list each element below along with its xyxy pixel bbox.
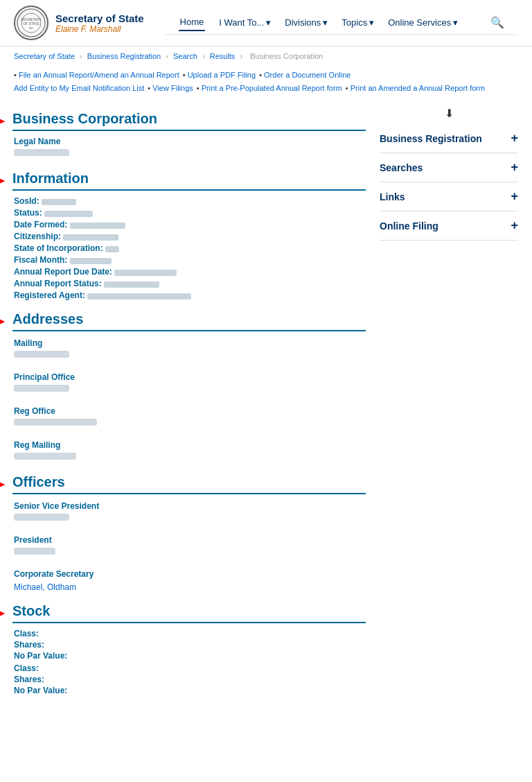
info-row-status: Status: xyxy=(14,208,366,218)
officer-svp: Senior Vice President xyxy=(14,501,366,524)
info-row-date-formed: Date Formed: xyxy=(14,220,366,229)
information-grid: SosId: Status: Date Formed: Citizenship:… xyxy=(14,196,366,300)
nav-online-services[interactable]: Online Services ▾ xyxy=(388,17,458,28)
addresses-title: Addresses xyxy=(12,311,366,331)
breadcrumb-current: Business Corporation xyxy=(250,52,323,60)
action-links: • File an Annual Report/Amend an Annual … xyxy=(0,66,532,100)
link-upload-pdf[interactable]: Upload a PDF Filing xyxy=(188,71,256,79)
plus-icon: + xyxy=(511,189,518,204)
info-row-ar-due: Annual Report Due Date: xyxy=(14,267,366,277)
information-title: Information xyxy=(12,171,366,191)
main-layout: ➤ Business Corporation Legal Name ➤ Info… xyxy=(0,100,532,697)
nav-topics[interactable]: Topics ▾ xyxy=(342,17,374,28)
svg-text:OF STATE: OF STATE xyxy=(23,21,39,26)
business-corporation-heading: ➤ Business Corporation xyxy=(14,111,366,131)
info-row-state-inc: State of Incorporation: xyxy=(14,243,366,253)
download-icon[interactable]: ⬇ xyxy=(380,103,518,124)
stock-title: Stock xyxy=(12,603,366,623)
chevron-down-icon: ▾ xyxy=(323,17,328,28)
nc-seal-icon: SECRETARY OF STATE NC xyxy=(14,6,48,40)
officers-title: Officers xyxy=(12,474,366,494)
legal-name-label: Legal Name xyxy=(14,137,366,146)
officers-heading: ➤ Officers xyxy=(14,474,366,494)
red-arrow-icon: ➤ xyxy=(0,605,6,623)
sidebar-item-links[interactable]: Links + xyxy=(380,182,518,211)
red-arrow-icon: ➤ xyxy=(0,476,6,494)
business-corporation-title: Business Corporation xyxy=(12,111,366,131)
officer-corp-sec: Corporate Secretary Michael, Oldham xyxy=(14,569,366,592)
info-row-reg-agent: Registered Agent: xyxy=(14,290,366,300)
addr-mailing: Mailing xyxy=(14,338,366,361)
right-sidebar: ⬇ Business Registration + Searches + Lin… xyxy=(380,100,518,697)
sidebar-item-business-reg[interactable]: Business Registration + xyxy=(380,124,518,153)
officer-corp-sec-name[interactable]: Michael, Oldham xyxy=(14,582,76,592)
svg-text:NC: NC xyxy=(29,26,33,30)
sos-title: Secretary of State xyxy=(55,12,144,24)
plus-icon: + xyxy=(511,218,518,233)
link-print-amended[interactable]: Print an Amended a Annual Report form xyxy=(351,84,485,92)
stock-row-class2: Class: xyxy=(14,663,366,673)
chevron-down-icon: ▾ xyxy=(369,17,374,28)
info-row-ar-status: Annual Report Status: xyxy=(14,279,366,288)
addresses-heading: ➤ Addresses xyxy=(14,311,366,331)
red-arrow-icon: ➤ xyxy=(0,172,6,190)
legal-name-block: Legal Name xyxy=(14,137,366,159)
header: SECRETARY OF STATE NC Secretary of State… xyxy=(0,0,532,46)
addr-reg-mailing: Reg Mailing xyxy=(14,440,366,463)
red-arrow-icon: ➤ xyxy=(0,313,6,331)
chevron-down-icon: ▾ xyxy=(453,17,458,28)
stock-row-no-par2: No Par Value: xyxy=(14,686,366,695)
plus-icon: + xyxy=(511,131,518,146)
officer-president: President xyxy=(14,535,366,558)
link-print-prepop[interactable]: Print a Pre-Populated Annual Report form xyxy=(202,84,342,92)
nav-home[interactable]: Home xyxy=(179,14,206,31)
nav-divisions[interactable]: Divisions ▾ xyxy=(285,17,328,28)
red-arrow-icon: ➤ xyxy=(0,112,6,130)
left-content: ➤ Business Corporation Legal Name ➤ Info… xyxy=(14,100,366,697)
breadcrumb-results[interactable]: Results xyxy=(210,52,236,60)
information-heading: ➤ Information xyxy=(14,171,366,191)
nav-i-want-to[interactable]: I Want To... ▾ xyxy=(219,17,271,28)
stock-row-no-par1: No Par Value: xyxy=(14,651,366,661)
plus-icon: + xyxy=(511,160,518,175)
chevron-down-icon: ▾ xyxy=(266,17,271,28)
info-row-citizenship: Citizenship: xyxy=(14,232,366,241)
sos-subtitle: Elaine F. Marshall xyxy=(55,24,144,34)
search-icon[interactable]: 🔍 xyxy=(490,16,504,29)
addr-principal: Principal Office xyxy=(14,372,366,395)
info-row-sosid: SosId: xyxy=(14,196,366,206)
sidebar-item-searches[interactable]: Searches + xyxy=(380,153,518,182)
info-row-fiscal-month: Fiscal Month: xyxy=(14,255,366,265)
link-add-email[interactable]: Add Entity to My Email Notification List xyxy=(14,84,144,92)
sidebar-item-online-filing[interactable]: Online Filing + xyxy=(380,211,518,241)
breadcrumb-biz-reg[interactable]: Business Registration xyxy=(87,52,161,60)
stock-row-shares2: Shares: xyxy=(14,675,366,684)
breadcrumb-sos[interactable]: Secretary of State xyxy=(14,52,75,60)
stock-row-class1: Class: xyxy=(14,629,366,638)
logo-text: Secretary of State Elaine F. Marshall xyxy=(55,12,144,34)
legal-name-value xyxy=(14,149,69,156)
breadcrumb-search[interactable]: Search xyxy=(173,52,197,60)
stock-heading: ➤ Stock xyxy=(14,603,366,623)
stock-row-shares1: Shares: xyxy=(14,640,366,650)
link-view-filings[interactable]: View Filings xyxy=(152,84,193,92)
stock-section: Class: Shares: No Par Value: Class: Shar… xyxy=(14,629,366,695)
logo-area: SECRETARY OF STATE NC Secretary of State… xyxy=(14,6,144,40)
link-file-annual[interactable]: File an Annual Report/Amend an Annual Re… xyxy=(19,71,179,79)
breadcrumb: Secretary of State › Business Registrati… xyxy=(0,46,532,66)
addr-reg-office: Reg Office xyxy=(14,406,366,429)
main-nav: Home I Want To... ▾ Divisions ▾ Topics ▾… xyxy=(165,11,518,35)
link-order-doc[interactable]: Order a Document Online xyxy=(264,71,351,79)
